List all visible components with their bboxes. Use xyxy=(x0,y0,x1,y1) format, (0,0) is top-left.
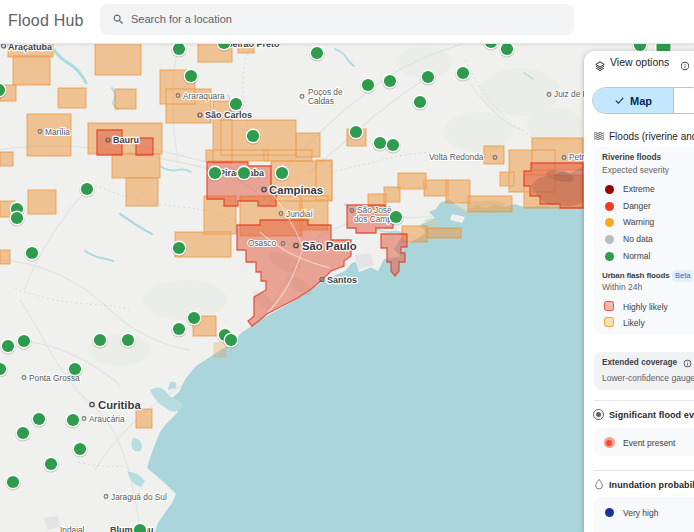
svg-text:Poços de: Poços de xyxy=(308,87,343,97)
svg-text:Araraquara: Araraquara xyxy=(183,91,225,101)
svg-text:Araucária: Araucária xyxy=(89,414,125,424)
svg-text:Jundiaí: Jundiaí xyxy=(286,209,313,219)
svg-text:Osasco: Osasco xyxy=(248,238,277,248)
svg-text:São Carlos: São Carlos xyxy=(205,110,252,120)
svg-text:São Paulo: São Paulo xyxy=(302,240,357,252)
svg-text:Curitiba: Curitiba xyxy=(98,399,141,411)
svg-text:Caldas: Caldas xyxy=(308,96,334,106)
svg-text:Volta Redonda: Volta Redonda xyxy=(429,152,484,162)
svg-text:Jaraguá do Sul: Jaraguá do Sul xyxy=(111,492,167,502)
svg-text:Bauru: Bauru xyxy=(113,135,139,145)
svg-text:Indaial: Indaial xyxy=(60,525,85,532)
svg-text:Santos: Santos xyxy=(327,275,357,285)
svg-text:Campinas: Campinas xyxy=(269,184,323,196)
svg-text:Marília: Marília xyxy=(45,127,70,137)
